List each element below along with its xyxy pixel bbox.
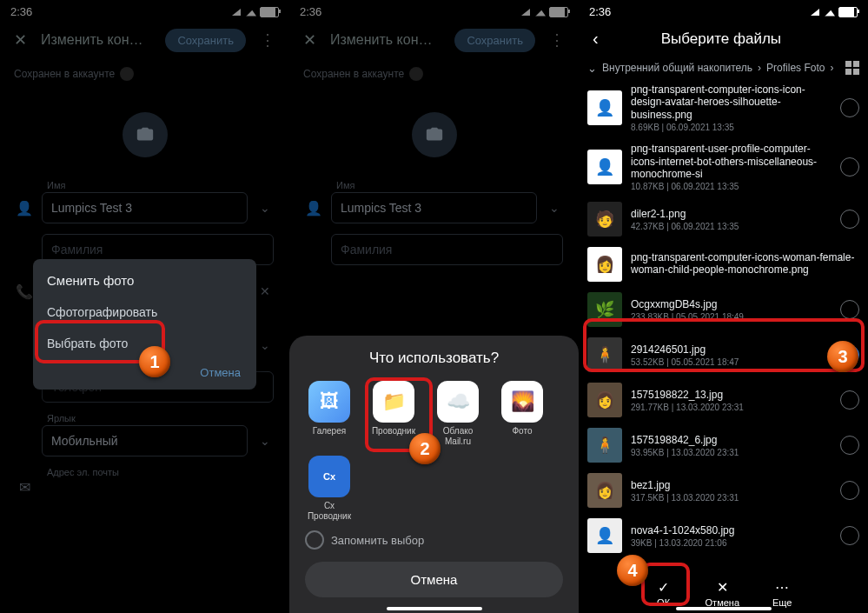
person-icon: 👤 [16,200,33,217]
app-explorer[interactable]: 📁Проводник [369,381,418,447]
home-indicator [676,607,772,610]
radio-icon[interactable] [840,436,859,455]
file-item[interactable]: 👤png-transparent-user-profile-computer-i… [586,137,861,197]
file-item[interactable]: 👩png-transparent-computer-icons-woman-fe… [586,242,861,287]
remember-choice[interactable]: Запомнить выбор [305,530,563,550]
change-photo-button[interactable] [123,112,168,157]
chevron-down-icon[interactable]: ⌄ [256,201,274,215]
radio-icon[interactable] [840,481,859,500]
cx-icon: Cx [308,456,350,497]
name-label: Имя [47,180,274,190]
gallery-icon: 🖼 [308,381,350,423]
breadcrumb[interactable]: ⌄ Внутренний общий накопитель› Profiles … [579,57,868,78]
status-icons [232,7,279,17]
status-bar: 2:36 [0,0,289,20]
remove-icon[interactable]: ✕ [256,284,274,298]
grid-view-icon[interactable] [845,61,859,75]
file-item[interactable]: 🧍1575198842_6.jpg93.95KB | 13.03.2020 23… [586,423,861,468]
take-photo-option[interactable]: Сфотографировать [33,297,256,328]
chevron-down-icon[interactable]: ⌄ [256,338,274,352]
sheet-title: Сменить фото [33,266,256,297]
account-row: Сохранен в аккаунте [0,60,289,88]
folder-icon: 📁 [373,381,414,423]
change-photo-button[interactable] [412,112,457,157]
close-icon[interactable]: ✕ [9,27,32,53]
screenshot-2: 2:36 ✕ Изменить кон… Сохранить ⋮ Сохране… [289,0,579,613]
chevron-down-icon: ⌄ [587,62,597,75]
edit-header: ✕ Изменить кон… Сохранить ⋮ [0,20,289,60]
cloud-icon: ☁️ [437,381,479,423]
app-gallery[interactable]: 🖼Галерея [305,381,354,447]
radio-icon[interactable] [840,210,859,229]
name-field[interactable]: Lumpics Test 3 [331,192,537,223]
app-cx-explorer[interactable]: CxCx Проводник [305,456,354,522]
radio-checked-icon[interactable] [840,345,859,364]
app-chooser-sheet: Что использовать? 🖼Галерея 📁Проводник ☁️… [289,336,579,613]
app-photos[interactable]: 🌄Фото [498,381,547,447]
radio-icon[interactable] [840,300,859,319]
file-item[interactable]: 👩bez1.jpg317.5KB | 13.03.2020 23:31 [586,468,861,513]
file-item[interactable]: 🧑diler2-1.png42.37KB | 06.09.2021 13:35 [586,197,861,242]
phone-icon: 📞 [16,283,33,300]
app-cloud[interactable]: ☁️Облако Mail.ru [434,381,482,447]
file-item[interactable]: 🌿OcgxxmgDB4s.jpg233.83KB | 05.05.2021 18… [586,287,861,332]
save-button[interactable]: Сохранить [454,29,535,52]
home-indicator [387,607,482,610]
radio-icon[interactable] [840,390,859,410]
clock: 2:36 [10,5,32,18]
screenshot-3: 2:36 ‹ Выберите файлы ⌄ Внутренний общий… [579,0,868,613]
choose-photo-option[interactable]: Выбрать фото [33,328,256,359]
radio-icon[interactable] [840,526,859,545]
surname-field[interactable]: Фамилия [331,234,563,265]
close-icon[interactable]: ✕ [298,27,321,53]
back-icon[interactable]: ‹ [586,25,606,52]
menu-overflow-icon[interactable]: ⋮ [255,29,281,51]
ok-button[interactable]: ✓ОК [655,578,673,608]
picker-title: Выберите файлы [606,30,837,48]
label-mobile[interactable]: Мобильный [42,425,248,456]
cancel-button[interactable]: ✕Отмена [706,578,739,608]
file-list: 👤png-transparent-computer-icons-icon-des… [579,78,868,558]
more-button[interactable]: ⋯Еще [772,578,792,608]
email-label: Адрес эл. почты [47,467,274,477]
camera-icon [425,125,444,144]
camera-icon [136,125,155,144]
account-avatar-icon [120,67,134,81]
label-yarlyk-2: Ярлык [47,413,274,423]
check-icon: ✓ [655,578,673,596]
file-item[interactable]: 👤nova4-1-1024x580.jpg39KB | 13.03.2020 2… [586,513,861,558]
cancel-button[interactable]: Отмена [305,562,563,597]
cancel-button[interactable]: Отмена [33,359,256,386]
file-item-selected[interactable]: 🧍2914246501.jpg53.52KB | 05.05.2021 18:4… [586,332,861,377]
radio-icon[interactable] [840,157,859,177]
chooser-title: Что использовать? [305,350,563,367]
file-item[interactable]: 👤png-transparent-computer-icons-icon-des… [586,78,861,137]
change-photo-sheet: Сменить фото Сфотографировать Выбрать фо… [33,259,256,390]
header-title: Изменить кон… [41,32,156,48]
radio-unchecked-icon [305,530,324,550]
mail-icon: ✉ [16,479,33,496]
radio-icon[interactable] [840,98,859,117]
screenshot-1: 2:36 ✕ Изменить кон… Сохранить ⋮ Сохране… [0,0,289,613]
file-item[interactable]: 👩1575198822_13.jpg291.77KB | 13.03.2020 … [586,377,861,423]
name-field[interactable]: Lumpics Test 3 [42,192,248,223]
save-button[interactable]: Сохранить [165,29,246,52]
photo-icon: 🌄 [501,381,543,423]
more-icon: ⋯ [773,578,791,596]
chevron-down-icon[interactable]: ⌄ [256,434,274,448]
menu-overflow-icon[interactable]: ⋮ [544,29,570,51]
close-icon: ✕ [713,578,731,596]
